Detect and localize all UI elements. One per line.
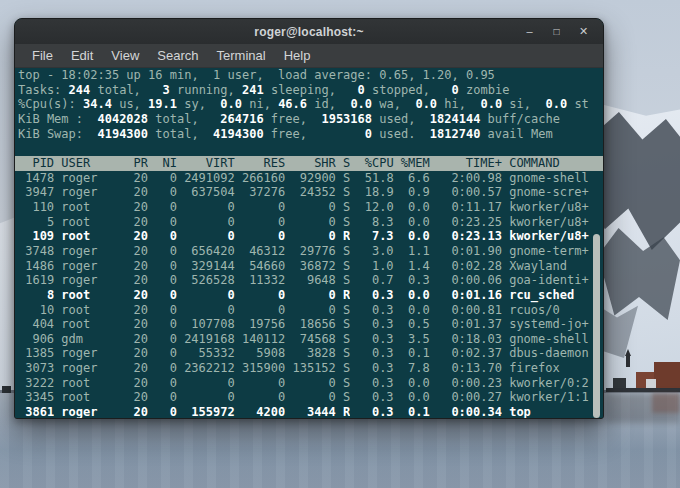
- process-shr: 0: [285, 229, 336, 244]
- process-ni: 0: [148, 346, 177, 361]
- summary-text: total,: [90, 83, 162, 97]
- menu-item-help[interactable]: Help: [275, 44, 320, 67]
- process-cpu: 0.3: [350, 332, 393, 347]
- process-time: 0:02.28: [430, 259, 502, 274]
- process-row: 1486roger2003291445466036872S1.01.40:02.…: [15, 259, 603, 274]
- process-res: 0: [235, 229, 286, 244]
- summary-value: 34.4: [83, 97, 112, 111]
- process-ni: 0: [148, 405, 177, 419]
- process-cmd: goa-identi+: [509, 273, 603, 288]
- column-header-mem: %MEM: [394, 156, 430, 171]
- process-virt: 637504: [177, 185, 235, 200]
- menu-item-search[interactable]: Search: [148, 44, 207, 67]
- process-res: 0: [235, 288, 286, 303]
- process-cmd: top: [509, 405, 603, 419]
- scrollbar-track[interactable]: [590, 68, 603, 419]
- menu-item-terminal[interactable]: Terminal: [208, 44, 275, 67]
- scrollbar-thumb[interactable]: [593, 234, 600, 418]
- process-pid: 1486: [18, 259, 54, 274]
- process-virt: 656420: [177, 244, 235, 259]
- column-header-s: S: [336, 156, 350, 171]
- summary-text: wa,: [372, 97, 408, 111]
- process-cmd: dbus-daemon: [509, 346, 603, 361]
- process-pr: 20: [119, 361, 148, 376]
- process-pr: 20: [119, 346, 148, 361]
- process-virt: 526528: [177, 273, 235, 288]
- terminal-output: top - 18:02:35 up 16 min, 1 user, load a…: [15, 68, 603, 419]
- process-cpu: 0.3: [350, 390, 393, 405]
- process-cmd: gnome-shell: [509, 171, 603, 186]
- process-row: 110root200000S12.00.00:11.17kworker/u8+: [15, 200, 603, 215]
- column-header-user: USER: [61, 156, 119, 171]
- process-row: 906gdm200241916814011274568S0.33.50:18.0…: [15, 332, 603, 347]
- process-virt: 0: [177, 288, 235, 303]
- process-mem: 0.0: [394, 288, 430, 303]
- process-s: S: [336, 303, 350, 318]
- wallpaper-building-reflection: [652, 393, 680, 413]
- process-s: S: [336, 259, 350, 274]
- column-header-ni: NI: [148, 156, 177, 171]
- process-s: S: [336, 244, 350, 259]
- column-header-pid: PID: [18, 156, 54, 171]
- process-shr: 3444: [285, 405, 336, 419]
- process-shr: 0: [285, 376, 336, 391]
- summary-value: 0: [314, 127, 372, 141]
- menu-item-edit[interactable]: Edit: [62, 44, 102, 67]
- summary-value: 4194300: [90, 127, 148, 141]
- process-cmd: kworker/u8+: [509, 229, 603, 244]
- process-pid: 3222: [18, 376, 54, 391]
- minimize-button[interactable]: –: [516, 19, 543, 44]
- summary-text: id,: [307, 97, 343, 111]
- process-s: S: [336, 332, 350, 347]
- process-user: roger: [61, 244, 119, 259]
- wallpaper-building: [654, 362, 680, 391]
- process-res: 19756: [235, 317, 286, 332]
- summary-value: 4042028: [90, 112, 148, 126]
- summary-text: used,: [372, 112, 423, 126]
- process-s: S: [336, 361, 350, 376]
- process-pr: 20: [119, 303, 148, 318]
- process-shr: 92900: [285, 171, 336, 186]
- process-pid: 404: [18, 317, 54, 332]
- summary-value: 0: [452, 83, 459, 97]
- process-cpu: 51.8: [350, 171, 393, 186]
- process-row: 1385roger2005533259083828S0.30.10:02.37d…: [15, 346, 603, 361]
- process-cpu: 12.0: [350, 200, 393, 215]
- process-virt: 0: [177, 376, 235, 391]
- process-pid: 109: [18, 229, 54, 244]
- window-titlebar[interactable]: roger@localhost:~ – □ ✕: [15, 19, 603, 44]
- maximize-button[interactable]: □: [543, 19, 570, 44]
- process-row: 1478roger200249109226616092900S51.86.62:…: [15, 171, 603, 186]
- column-header-virt: VIRT: [177, 156, 235, 171]
- summary-text: %Cpu(s):: [18, 97, 83, 111]
- menu-item-view[interactable]: View: [102, 44, 148, 67]
- process-user: roger: [61, 259, 119, 274]
- process-virt: 2491092: [177, 171, 235, 186]
- summary-line: KiB Swap: 4194300 total, 4194300 free, 0…: [15, 127, 603, 142]
- process-shr: 29776: [285, 244, 336, 259]
- menu-item-file[interactable]: File: [23, 44, 62, 67]
- process-row: 5root200000S8.30.00:23.25kworker/u8+: [15, 215, 603, 230]
- process-pr: 20: [119, 244, 148, 259]
- process-mem: 0.5: [394, 317, 430, 332]
- process-pr: 20: [119, 200, 148, 215]
- wallpaper-church-tower: [626, 355, 630, 367]
- close-button[interactable]: ✕: [570, 19, 597, 44]
- process-cmd: Xwayland: [509, 259, 603, 274]
- process-cmd: gnome-shell: [509, 332, 603, 347]
- summary-value: 4194300: [206, 127, 264, 141]
- process-shr: 0: [285, 200, 336, 215]
- process-cpu: 0.3: [350, 303, 393, 318]
- column-header-cmd: COMMAND: [509, 156, 603, 171]
- process-pr: 20: [119, 259, 148, 274]
- summary-value: 1812740: [423, 127, 481, 141]
- process-shr: 74568: [285, 332, 336, 347]
- process-ni: 0: [148, 185, 177, 200]
- process-mem: 1.1: [394, 244, 430, 259]
- process-pr: 20: [119, 405, 148, 419]
- summary-value: 0: [358, 83, 365, 97]
- process-user: roger: [61, 361, 119, 376]
- summary-value: 0.0: [538, 97, 567, 111]
- terminal-screen[interactable]: top - 18:02:35 up 16 min, 1 user, load a…: [15, 68, 603, 419]
- column-header-time: TIME+: [430, 156, 502, 171]
